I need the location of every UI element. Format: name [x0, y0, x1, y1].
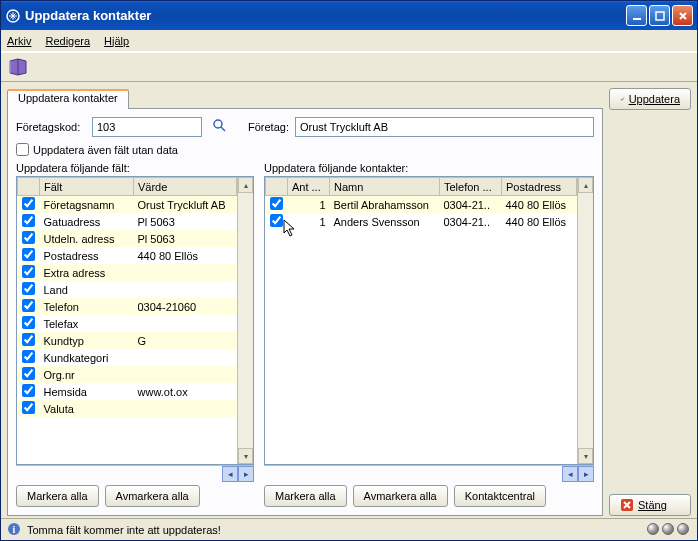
uppdatera-aven-checkbox[interactable]	[16, 143, 29, 156]
uppdatera-button[interactable]: Uppdatera	[609, 88, 691, 110]
cell-varde	[134, 349, 237, 366]
status-text: Tomma fält kommer inte att uppdateras!	[27, 524, 221, 536]
cell-telefon: 0304-21..	[440, 196, 502, 214]
minimize-button[interactable]	[626, 5, 647, 26]
cell-falt: Telefon	[40, 298, 134, 315]
row-checkbox[interactable]	[22, 231, 35, 244]
cell-falt: Org.nr	[40, 366, 134, 383]
info-icon: i	[7, 522, 21, 538]
menu-arkiv[interactable]: Arkiv	[7, 35, 31, 47]
contacts-grid[interactable]: Ant ... Namn Telefon ... Postadress 1Ber…	[265, 177, 577, 464]
cell-varde	[134, 400, 237, 417]
search-icon[interactable]	[212, 118, 228, 136]
table-row[interactable]: 1Bertil Abrahamsson0304-21..440 80 Ellös	[266, 196, 577, 214]
table-row[interactable]: Land	[18, 281, 237, 298]
cell-varde	[134, 315, 237, 332]
nav-left[interactable]: ◂	[562, 466, 578, 482]
close-icon	[620, 498, 634, 512]
avmarkera-alla-right[interactable]: Avmarkera alla	[353, 485, 448, 507]
nav-left[interactable]: ◂	[222, 466, 238, 482]
table-row[interactable]: FöretagsnamnOrust Tryckluft AB	[18, 196, 237, 214]
cell-varde: G	[134, 332, 237, 349]
col-varde[interactable]: Värde	[134, 178, 237, 196]
tab-uppdatera-kontakter[interactable]: Uppdatera kontakter	[7, 89, 129, 109]
row-checkbox[interactable]	[22, 299, 35, 312]
table-row[interactable]: Extra adress	[18, 264, 237, 281]
table-row[interactable]: Valuta	[18, 400, 237, 417]
row-checkbox[interactable]	[22, 214, 35, 227]
svg-text:i: i	[13, 524, 16, 535]
row-checkbox[interactable]	[22, 367, 35, 380]
cell-falt: Kundkategori	[40, 349, 134, 366]
foretag-label: Företag:	[248, 121, 289, 133]
cell-falt: Valuta	[40, 400, 134, 417]
row-checkbox[interactable]	[22, 401, 35, 414]
left-heading: Uppdatera följande fält:	[16, 162, 254, 174]
table-row[interactable]: Telefax	[18, 315, 237, 332]
row-checkbox[interactable]	[270, 197, 283, 210]
cell-falt: Kundtyp	[40, 332, 134, 349]
cell-namn: Anders Svensson	[330, 213, 440, 230]
markera-alla-left[interactable]: Markera alla	[16, 485, 99, 507]
foretag-input[interactable]	[295, 117, 594, 137]
book-icon[interactable]	[7, 56, 29, 78]
maximize-button[interactable]	[649, 5, 670, 26]
cell-falt: Land	[40, 281, 134, 298]
row-checkbox[interactable]	[22, 333, 35, 346]
col-namn[interactable]: Namn	[330, 178, 440, 196]
cell-varde: Pl 5063	[134, 213, 237, 230]
menu-hjalp[interactable]: Hjälp	[104, 35, 129, 47]
row-checkbox[interactable]	[270, 214, 283, 227]
col-post[interactable]: Postadress	[502, 178, 577, 196]
cell-post: 440 80 Ellös	[502, 213, 577, 230]
menu-redigera[interactable]: Redigera	[45, 35, 90, 47]
row-checkbox[interactable]	[22, 248, 35, 261]
table-row[interactable]: Hemsidawww.ot.ox	[18, 383, 237, 400]
table-row[interactable]: Postadress440 80 Ellös	[18, 247, 237, 264]
row-checkbox[interactable]	[22, 197, 35, 210]
col-falt[interactable]: Fält	[40, 178, 134, 196]
col-ant[interactable]: Ant ...	[288, 178, 330, 196]
window-title: Uppdatera kontakter	[25, 8, 626, 23]
menubar: Arkiv Redigera Hjälp	[1, 30, 697, 52]
scrollbar[interactable]: ▴▾	[237, 177, 253, 464]
table-row[interactable]: Utdeln. adressPl 5063	[18, 230, 237, 247]
cell-varde: 0304-21060	[134, 298, 237, 315]
cell-falt: Gatuadress	[40, 213, 134, 230]
nav-right[interactable]: ▸	[238, 466, 254, 482]
row-checkbox[interactable]	[22, 265, 35, 278]
cell-varde	[134, 264, 237, 281]
cell-ant: 1	[288, 213, 330, 230]
row-checkbox[interactable]	[22, 282, 35, 295]
right-heading: Uppdatera följande kontakter:	[264, 162, 594, 174]
table-row[interactable]: Telefon0304-21060	[18, 298, 237, 315]
cell-varde: 440 80 Ellös	[134, 247, 237, 264]
stang-button[interactable]: Stäng	[609, 494, 691, 516]
table-row[interactable]: Kundkategori	[18, 349, 237, 366]
markera-alla-right[interactable]: Markera alla	[264, 485, 347, 507]
cell-varde: www.ot.ox	[134, 383, 237, 400]
status-dots	[647, 523, 689, 535]
nav-right[interactable]: ▸	[578, 466, 594, 482]
foretagskod-input[interactable]	[92, 117, 202, 137]
avmarkera-alla-left[interactable]: Avmarkera alla	[105, 485, 200, 507]
table-row[interactable]: KundtypG	[18, 332, 237, 349]
table-row[interactable]: Org.nr	[18, 366, 237, 383]
app-icon	[5, 8, 21, 24]
cell-falt: Postadress	[40, 247, 134, 264]
cell-varde	[134, 366, 237, 383]
cell-namn: Bertil Abrahamsson	[330, 196, 440, 214]
cell-telefon: 0304-21..	[440, 213, 502, 230]
foretagskod-label: Företagskod:	[16, 121, 86, 133]
col-telefon[interactable]: Telefon ...	[440, 178, 502, 196]
kontaktcentral-button[interactable]: Kontaktcentral	[454, 485, 546, 507]
table-row[interactable]: GatuadressPl 5063	[18, 213, 237, 230]
close-button[interactable]	[672, 5, 693, 26]
row-checkbox[interactable]	[22, 384, 35, 397]
fields-grid[interactable]: Fält Värde FöretagsnamnOrust Tryckluft A…	[17, 177, 237, 464]
row-checkbox[interactable]	[22, 316, 35, 329]
scrollbar[interactable]: ▴▾	[577, 177, 593, 464]
row-checkbox[interactable]	[22, 350, 35, 363]
table-row[interactable]: 1Anders Svensson0304-21..440 80 Ellös	[266, 213, 577, 230]
cell-varde	[134, 281, 237, 298]
